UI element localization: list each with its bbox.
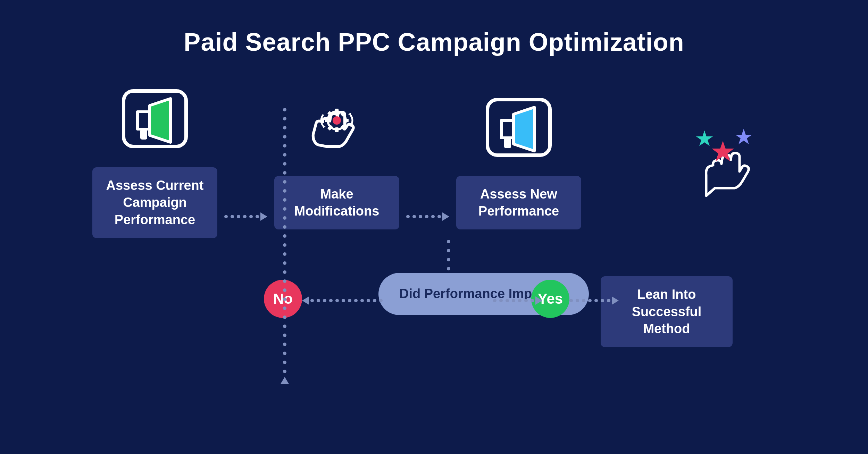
dot <box>283 325 286 328</box>
dot <box>354 299 358 302</box>
dot <box>360 299 364 302</box>
dot <box>283 162 286 166</box>
dot <box>447 249 450 252</box>
dot <box>588 299 592 302</box>
megaphone-blue-icon <box>481 89 557 166</box>
svg-rect-3 <box>140 129 147 140</box>
svg-marker-22 <box>736 130 751 143</box>
dot <box>283 270 286 274</box>
assess-current-icon-container <box>110 77 200 160</box>
assess-new-icon-container <box>474 86 564 169</box>
dot <box>373 299 376 302</box>
dot <box>317 299 320 302</box>
dot <box>447 267 450 270</box>
dot <box>256 215 259 218</box>
page-title: Paid Search PPC Campaign Optimization <box>184 28 684 56</box>
stars-hands-icon-container <box>678 112 776 203</box>
top-row: Assess Current Campaign Performance <box>0 77 868 238</box>
dot <box>283 198 286 202</box>
dot <box>283 153 286 157</box>
svg-rect-13 <box>327 125 333 131</box>
dot <box>283 144 286 148</box>
svg-rect-9 <box>325 119 330 122</box>
dot <box>283 352 286 355</box>
arrow-head-right <box>535 296 542 305</box>
ellipse-to-no-arrow <box>302 296 383 305</box>
lean-into-box: Lean Into Successful Method <box>601 276 733 347</box>
yes-to-lean-arrow <box>569 296 619 305</box>
dot <box>283 216 286 220</box>
dot <box>323 299 326 302</box>
dot <box>283 261 286 265</box>
dot <box>283 189 286 193</box>
dot <box>512 299 515 302</box>
dot <box>506 299 509 302</box>
connector-area: Did Performance Improve? No Yes Lean Int… <box>0 238 868 349</box>
dot <box>425 215 428 218</box>
arrow-2-3 <box>406 212 449 238</box>
arrow-1-2 <box>224 212 267 238</box>
svg-rect-8 <box>344 119 349 122</box>
svg-rect-6 <box>335 109 339 114</box>
dot <box>310 299 314 302</box>
dot <box>283 316 286 319</box>
dot <box>524 299 528 302</box>
dot <box>224 215 228 218</box>
step-assess-current: Assess Current Campaign Performance <box>92 77 217 238</box>
dot <box>342 299 345 302</box>
dot <box>518 299 521 302</box>
svg-marker-17 <box>501 120 514 138</box>
dot <box>348 299 351 302</box>
megaphone-green-icon <box>117 81 193 157</box>
svg-marker-18 <box>514 107 534 151</box>
dot <box>283 252 286 256</box>
dot <box>601 299 604 302</box>
svg-marker-2 <box>150 99 170 142</box>
dot <box>531 299 534 302</box>
diagram: Assess Current Campaign Performance <box>0 77 868 349</box>
stars-hands-icon <box>678 112 776 203</box>
dot <box>419 215 422 218</box>
dot <box>237 215 240 218</box>
dot <box>412 215 416 218</box>
dot <box>431 215 435 218</box>
dot <box>283 279 286 283</box>
dot <box>283 180 286 184</box>
dot <box>283 126 286 129</box>
dot <box>607 299 610 302</box>
dot <box>447 240 450 243</box>
make-modifications-icon-container <box>292 86 382 169</box>
step1-label: Assess Current Campaign Performance <box>92 167 217 238</box>
dot <box>447 258 450 261</box>
step-assess-new: Assess New Performance <box>456 86 581 230</box>
arrow-head-left <box>302 296 309 305</box>
dot <box>582 299 585 302</box>
dot <box>283 234 286 238</box>
dot <box>283 243 286 247</box>
dot <box>406 215 410 218</box>
arrow-head <box>442 212 449 221</box>
svg-marker-21 <box>697 132 712 145</box>
svg-rect-7 <box>335 127 339 132</box>
dot <box>329 299 333 302</box>
dot <box>367 299 370 302</box>
dot <box>283 288 286 292</box>
step2-label: Make Modifications <box>274 176 399 230</box>
dot <box>283 361 286 364</box>
dot <box>335 299 339 302</box>
dot <box>569 299 573 302</box>
step3-label: Assess New Performance <box>456 176 581 230</box>
dot <box>493 299 496 302</box>
dot <box>576 299 579 302</box>
dot <box>249 215 253 218</box>
dot <box>283 225 286 229</box>
no-up-connector <box>281 106 289 385</box>
svg-marker-15 <box>348 113 351 115</box>
dot <box>283 297 286 301</box>
lean-into-label: Lean Into Successful Method <box>601 276 733 347</box>
dot <box>283 370 286 373</box>
arrow-head-right <box>612 296 619 305</box>
dot <box>283 171 286 175</box>
svg-point-5 <box>333 116 341 125</box>
arrow-head-up <box>281 377 289 384</box>
